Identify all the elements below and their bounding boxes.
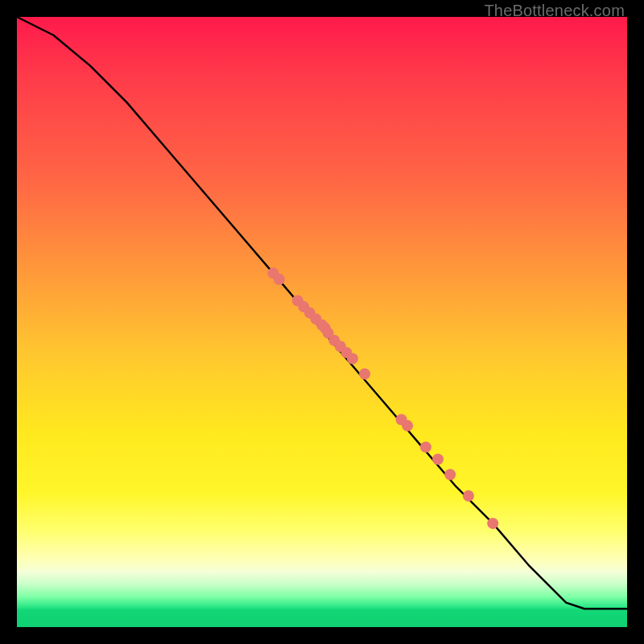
main-curve-line [17, 17, 627, 609]
data-point [444, 469, 456, 481]
highlight-points [267, 267, 498, 529]
data-point [396, 414, 407, 425]
data-point [359, 368, 370, 379]
data-point [310, 313, 321, 324]
data-point [298, 301, 309, 312]
data-point [292, 295, 303, 306]
chart-stage: TheBottleneck.com [0, 0, 644, 644]
data-point [316, 320, 328, 331]
data-point [463, 490, 474, 502]
data-point [320, 323, 331, 334]
data-point [323, 328, 334, 339]
data-point [402, 420, 413, 431]
data-point [432, 454, 444, 465]
plot-area [17, 17, 627, 627]
data-point [304, 308, 316, 319]
data-point [420, 441, 431, 452]
data-point [267, 267, 279, 279]
chart-svg [17, 17, 627, 627]
data-point [487, 518, 498, 529]
data-point [341, 347, 352, 358]
data-point [335, 341, 346, 352]
data-point [347, 353, 358, 364]
data-point [274, 274, 285, 285]
data-point [328, 335, 340, 346]
